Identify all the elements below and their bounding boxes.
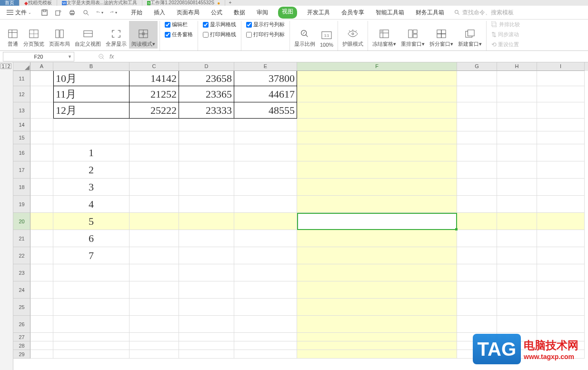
cell-G25[interactable] xyxy=(457,299,497,316)
cell-F17[interactable] xyxy=(297,161,457,179)
cell-H23[interactable] xyxy=(497,264,537,281)
cell-B20[interactable]: 5 xyxy=(53,213,130,230)
cell-I13[interactable] xyxy=(537,102,585,119)
cell-B25[interactable] xyxy=(53,299,130,316)
cell-B26[interactable] xyxy=(53,316,130,333)
redo-icon[interactable]: ▾ xyxy=(110,9,117,16)
cell-C17[interactable] xyxy=(130,161,179,179)
cell-H16[interactable] xyxy=(497,144,537,161)
command-search[interactable]: 查找命令、搜索模板 xyxy=(454,9,514,17)
cell-C16[interactable] xyxy=(130,144,179,161)
view-普通[interactable]: 普通 xyxy=(5,21,21,49)
cells-grid[interactable]: 10月14142236583780011月21252233654461712月2… xyxy=(30,71,588,359)
cell-D16[interactable] xyxy=(179,144,234,161)
cell-B12[interactable]: 11月 xyxy=(53,86,130,102)
cell-C21[interactable] xyxy=(130,230,179,247)
cell-A16[interactable] xyxy=(30,144,53,161)
cell-D22[interactable] xyxy=(179,247,234,264)
cell-I15[interactable] xyxy=(537,131,585,144)
cell-E22[interactable] xyxy=(234,247,297,264)
export-icon[interactable] xyxy=(55,9,62,16)
cell-D20[interactable] xyxy=(179,213,234,230)
cell-H24[interactable] xyxy=(497,281,537,299)
cell-I21[interactable] xyxy=(537,230,585,247)
cell-B11[interactable]: 10月 xyxy=(53,71,130,86)
cell-F29[interactable] xyxy=(297,350,457,359)
check-打印行号列标[interactable]: 打印行号列标 xyxy=(246,31,285,38)
cell-H18[interactable] xyxy=(497,179,537,196)
row-header-22[interactable]: 22 xyxy=(13,247,30,264)
cell-H22[interactable] xyxy=(497,247,537,264)
cell-A27[interactable] xyxy=(30,333,53,341)
cell-B13[interactable]: 12月 xyxy=(53,102,130,119)
cell-D11[interactable]: 23658 xyxy=(179,71,234,86)
row-header-23[interactable]: 23 xyxy=(13,264,30,281)
row-header-14[interactable]: 14 xyxy=(13,119,30,131)
view-全屏显示[interactable]: 全屏显示 xyxy=(103,21,129,49)
preview-icon[interactable] xyxy=(82,9,90,16)
cell-A22[interactable] xyxy=(30,247,53,264)
row-header-21[interactable]: 21 xyxy=(13,230,30,247)
cell-G22[interactable] xyxy=(457,247,497,264)
cell-F11[interactable] xyxy=(297,71,457,86)
col-header-G[interactable]: G xyxy=(457,62,497,71)
view-自定义视图[interactable]: 自定义视图 xyxy=(72,21,103,49)
cell-E14[interactable] xyxy=(234,119,297,131)
cell-C19[interactable] xyxy=(130,196,179,213)
tab-add[interactable]: + xyxy=(225,0,235,5)
cell-E13[interactable]: 48555 xyxy=(234,102,297,119)
cell-I19[interactable] xyxy=(537,196,585,213)
cell-E23[interactable] xyxy=(234,264,297,281)
cell-C27[interactable] xyxy=(130,333,179,341)
cell-E24[interactable] xyxy=(234,281,297,299)
cell-E29[interactable] xyxy=(234,350,297,359)
cell-B23[interactable] xyxy=(53,264,130,281)
col-header-F[interactable]: F xyxy=(297,62,457,71)
cell-I16[interactable] xyxy=(537,144,585,161)
file-menu-button[interactable]: 文件⌄ xyxy=(4,7,34,18)
row-header-16[interactable]: 16 xyxy=(13,144,30,161)
cell-H17[interactable] xyxy=(497,161,537,179)
cell-E21[interactable] xyxy=(234,230,297,247)
row-header-27[interactable]: 27 xyxy=(13,333,30,341)
cell-C18[interactable] xyxy=(130,179,179,196)
fx-icon[interactable]: fx xyxy=(110,53,114,60)
cell-A29[interactable] xyxy=(30,350,53,359)
cell-F23[interactable] xyxy=(297,264,457,281)
row-header-29[interactable]: 29 xyxy=(13,350,30,359)
cell-B14[interactable] xyxy=(53,119,130,131)
cell-B29[interactable] xyxy=(53,350,130,359)
cell-F24[interactable] xyxy=(297,281,457,299)
cell-E28[interactable] xyxy=(234,341,297,350)
cell-C20[interactable] xyxy=(130,213,179,230)
cell-E20[interactable] xyxy=(234,213,297,230)
col-header-I[interactable]: I xyxy=(537,62,585,71)
cell-A19[interactable] xyxy=(30,196,53,213)
cell-B28[interactable] xyxy=(53,341,130,350)
cell-C13[interactable]: 25222 xyxy=(130,102,179,119)
cell-A13[interactable] xyxy=(30,102,53,119)
col-header-B[interactable]: B xyxy=(53,62,130,71)
cell-B27[interactable] xyxy=(53,333,130,341)
tab-home[interactable]: 首页 xyxy=(0,0,20,6)
cell-H11[interactable] xyxy=(497,71,537,86)
cell-H14[interactable] xyxy=(497,119,537,131)
row-header-20[interactable]: 20 xyxy=(13,213,30,230)
cell-G19[interactable] xyxy=(457,196,497,213)
menu-layout[interactable]: 页面布局 xyxy=(175,7,201,19)
cell-A14[interactable] xyxy=(30,119,53,131)
check-显示网格线[interactable]: 显示网格线 xyxy=(203,21,236,28)
cell-H21[interactable] xyxy=(497,230,537,247)
cell-C28[interactable] xyxy=(130,341,179,350)
cell-I26[interactable] xyxy=(537,316,585,333)
menu-finance[interactable]: 财务工具箱 xyxy=(414,7,446,19)
row-header-11[interactable]: 11 xyxy=(13,71,30,86)
cell-C11[interactable]: 14142 xyxy=(130,71,179,86)
name-box[interactable]: F20▼ xyxy=(3,52,74,61)
cell-B21[interactable]: 6 xyxy=(53,230,130,247)
cell-G12[interactable] xyxy=(457,86,497,102)
cell-I12[interactable] xyxy=(537,86,585,102)
cell-H13[interactable] xyxy=(497,102,537,119)
cell-H19[interactable] xyxy=(497,196,537,213)
cell-F22[interactable] xyxy=(297,247,457,264)
